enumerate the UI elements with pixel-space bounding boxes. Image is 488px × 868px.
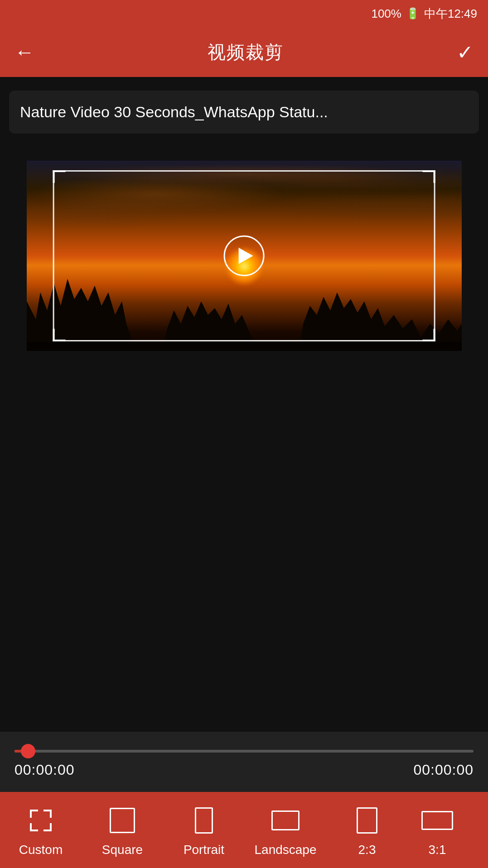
battery-level: 100% <box>371 7 401 21</box>
aspect-ratio-landscape[interactable]: Landscape <box>245 805 326 857</box>
time-display: 00:00:00 00:00:00 <box>14 762 474 783</box>
video-filename: Nature Video 30 Seconds_WhatsApp Statu..… <box>20 103 328 120</box>
aspect-ratio-portrait[interactable]: Portrait <box>163 805 245 857</box>
aspect-ratio-square[interactable]: Square <box>82 805 163 857</box>
video-preview-area <box>0 143 488 369</box>
confirm-button[interactable]: ✓ <box>457 41 474 64</box>
clock: 中午12:49 <box>424 6 477 22</box>
aspect-ratio-2-3[interactable]: 2:3 <box>326 805 408 857</box>
square-icon <box>106 805 138 836</box>
end-time: 00:00:00 <box>413 762 474 778</box>
video-container <box>27 161 462 351</box>
crop-corner-tl[interactable] <box>53 170 65 183</box>
page-title: 视频裁剪 <box>208 40 284 65</box>
back-button[interactable]: ← <box>14 41 34 63</box>
ratio31-icon <box>421 805 453 836</box>
slider-thumb[interactable] <box>21 744 35 758</box>
aspect-ratio-bar: Custom Square Portrait Landscape <box>0 792 488 868</box>
aspect-ratio-custom[interactable]: Custom <box>0 805 82 857</box>
battery-icon: 🔋 <box>406 7 420 20</box>
custom-icon <box>25 805 57 836</box>
landscape-icon <box>270 805 301 836</box>
ratio23-icon <box>351 805 383 836</box>
status-bar: 100% 🔋 中午12:49 <box>0 0 488 27</box>
portrait-icon <box>188 805 220 836</box>
aspect-ratio-3-1[interactable]: 3:1 <box>408 805 467 857</box>
portrait-label: Portrait <box>184 843 224 857</box>
ratio23-label: 2:3 <box>358 843 376 857</box>
bottom-controls: 00:00:00 00:00:00 Custom <box>0 732 488 868</box>
landscape-shape <box>271 810 300 830</box>
crop-corner-br[interactable] <box>423 329 435 341</box>
ratio31-shape <box>421 811 453 830</box>
svg-rect-3 <box>27 342 462 351</box>
header: ← 视频裁剪 ✓ <box>0 27 488 77</box>
ratio31-label: 3:1 <box>429 843 446 857</box>
crop-frame <box>53 170 435 341</box>
crop-corner-bl[interactable] <box>53 329 65 341</box>
landscape-label: Landscape <box>254 843 316 857</box>
slider-track[interactable] <box>14 750 474 753</box>
start-time: 00:00:00 <box>14 762 75 778</box>
square-label: Square <box>102 843 143 857</box>
video-title-bar: Nature Video 30 Seconds_WhatsApp Statu..… <box>9 91 479 134</box>
play-icon <box>238 248 253 264</box>
portrait-shape <box>195 807 213 834</box>
ratio23-shape <box>357 807 377 834</box>
play-button[interactable] <box>223 235 264 276</box>
timeline-area: 00:00:00 00:00:00 <box>0 732 488 792</box>
crop-corner-tr[interactable] <box>423 170 435 183</box>
custom-label: Custom <box>19 843 63 857</box>
square-shape <box>110 808 135 833</box>
